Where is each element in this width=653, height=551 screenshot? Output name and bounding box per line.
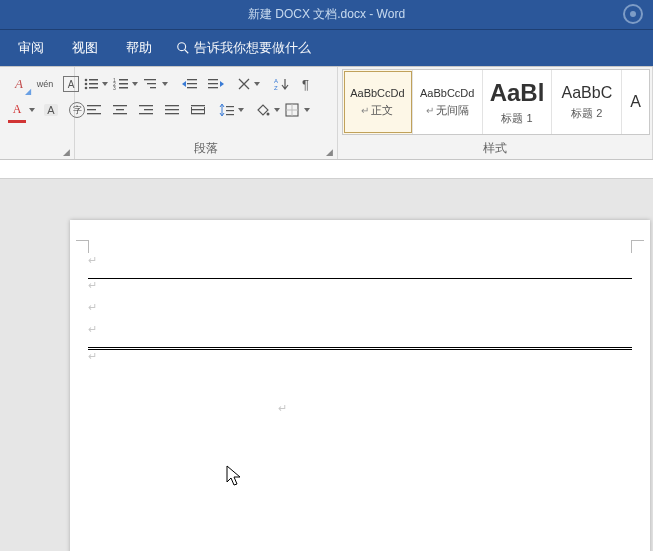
decrease-indent-button[interactable] xyxy=(178,72,202,96)
tab-review[interactable]: 审阅 xyxy=(4,30,58,66)
group-font-label: ◢ xyxy=(0,155,74,159)
recording-indicator-icon xyxy=(621,2,645,26)
tell-me-placeholder: 告诉我你想要做什么 xyxy=(194,39,311,57)
sort-button[interactable]: AZ xyxy=(270,72,294,96)
font-color-button[interactable]: A xyxy=(7,98,37,122)
align-left-icon xyxy=(86,103,102,117)
svg-rect-41 xyxy=(191,109,205,110)
svg-point-2 xyxy=(178,43,186,51)
group-styles: AaBbCcDd ↵正文 AaBbCcDd ↵无间隔 AaBl 标题 1 AaB… xyxy=(338,67,653,159)
document-area: ↵ ↵ ↵ ↵ ↵ ↵ xyxy=(0,160,653,551)
svg-rect-9 xyxy=(89,87,98,89)
show-hide-marks-button[interactable]: ¶ xyxy=(296,72,320,96)
svg-rect-31 xyxy=(113,105,127,106)
margin-corner-icon xyxy=(76,240,89,253)
svg-rect-17 xyxy=(147,83,156,84)
multilevel-list-button[interactable] xyxy=(142,72,170,96)
chevron-down-icon[interactable] xyxy=(303,99,311,121)
style-normal[interactable]: AaBbCcDd ↵正文 xyxy=(343,70,413,134)
svg-rect-46 xyxy=(226,110,234,111)
window-title: 新建 DOCX 文档.docx - Word xyxy=(248,6,405,23)
style-more[interactable]: A xyxy=(622,70,649,134)
svg-point-4 xyxy=(85,79,88,82)
svg-rect-42 xyxy=(191,113,205,114)
paragraph-mark: ↵ xyxy=(88,254,97,266)
font-dialog-launcher[interactable]: ◢ xyxy=(63,147,70,157)
styles-gallery[interactable]: AaBbCcDd ↵正文 AaBbCcDd ↵无间隔 AaBl 标题 1 AaB… xyxy=(342,69,650,135)
outdent-icon xyxy=(182,77,198,91)
svg-rect-32 xyxy=(116,109,124,110)
chevron-down-icon[interactable] xyxy=(253,73,261,95)
tell-me-search[interactable]: 告诉我你想要做什么 xyxy=(176,39,311,57)
style-heading2[interactable]: AaBbC 标题 2 xyxy=(552,70,622,134)
align-justify-button[interactable] xyxy=(160,98,184,122)
svg-text:3: 3 xyxy=(113,85,116,91)
group-font: A ◢ wén A A A xyxy=(0,67,75,159)
paragraph-mark: ↵ xyxy=(88,350,97,362)
style-no-spacing[interactable]: AaBbCcDd ↵无间隔 xyxy=(413,70,483,134)
page-content[interactable]: ↵ ↵ ↵ ↵ ↵ ↵ xyxy=(88,254,632,424)
numbering-icon: 123 xyxy=(113,77,129,91)
borders-button[interactable] xyxy=(284,98,312,122)
svg-rect-19 xyxy=(187,79,197,80)
line-spacing-icon xyxy=(219,103,235,117)
style-heading1[interactable]: AaBl 标题 1 xyxy=(483,70,553,134)
multilevel-icon xyxy=(143,77,159,91)
bullets-button[interactable] xyxy=(82,72,110,96)
svg-rect-13 xyxy=(119,83,128,85)
svg-rect-30 xyxy=(87,113,101,114)
numbering-button[interactable]: 123 xyxy=(112,72,140,96)
svg-point-8 xyxy=(85,87,88,90)
svg-rect-38 xyxy=(165,109,179,110)
sort-icon: AZ xyxy=(274,77,290,91)
svg-point-1 xyxy=(630,11,636,17)
svg-rect-11 xyxy=(119,79,128,81)
align-right-icon xyxy=(138,103,154,117)
chevron-down-icon[interactable] xyxy=(28,99,36,121)
bullets-icon xyxy=(83,77,99,91)
chevron-down-icon[interactable] xyxy=(131,73,139,95)
svg-rect-21 xyxy=(187,87,197,88)
align-center-button[interactable] xyxy=(108,98,132,122)
svg-rect-5 xyxy=(89,79,98,81)
asian-layout-icon xyxy=(237,77,251,91)
paragraph-mark: ↵ xyxy=(88,323,97,335)
align-right-button[interactable] xyxy=(134,98,158,122)
align-distribute-button[interactable] xyxy=(186,98,210,122)
align-left-button[interactable] xyxy=(82,98,106,122)
asian-layout-button[interactable] xyxy=(236,72,262,96)
svg-rect-44 xyxy=(204,107,205,113)
svg-rect-18 xyxy=(150,87,156,88)
svg-rect-22 xyxy=(208,79,218,80)
clear-formatting-button[interactable]: A ◢ xyxy=(7,72,31,96)
svg-rect-23 xyxy=(208,83,218,84)
svg-rect-35 xyxy=(144,109,153,110)
svg-point-48 xyxy=(267,113,270,116)
align-justify-icon xyxy=(164,103,180,117)
svg-rect-7 xyxy=(89,83,98,85)
chevron-down-icon[interactable] xyxy=(273,99,281,121)
align-distribute-icon xyxy=(190,103,206,117)
svg-rect-15 xyxy=(119,87,128,89)
svg-rect-47 xyxy=(226,114,234,115)
horizontal-ruler[interactable] xyxy=(0,160,653,179)
line-spacing-button[interactable] xyxy=(218,98,246,122)
increase-indent-button[interactable] xyxy=(204,72,228,96)
shading-button[interactable] xyxy=(254,98,282,122)
paragraph-mark: ↵ xyxy=(88,301,97,313)
chevron-down-icon[interactable] xyxy=(101,73,109,95)
character-shading-button[interactable]: A xyxy=(39,98,63,122)
paragraph-dialog-launcher[interactable]: ◢ xyxy=(326,147,333,157)
chevron-down-icon[interactable] xyxy=(161,73,169,95)
svg-rect-43 xyxy=(191,107,192,113)
group-paragraph: 123 xyxy=(75,67,338,159)
svg-rect-33 xyxy=(113,113,127,114)
phonetic-guide-button[interactable]: wén xyxy=(33,72,57,96)
chevron-down-icon[interactable] xyxy=(237,99,245,121)
paragraph-mark: ↵ xyxy=(88,279,97,291)
svg-rect-45 xyxy=(226,106,234,107)
tab-view[interactable]: 视图 xyxy=(58,30,112,66)
group-styles-label: 样式 xyxy=(338,138,652,159)
tab-help[interactable]: 帮助 xyxy=(112,30,166,66)
page[interactable]: ↵ ↵ ↵ ↵ ↵ ↵ xyxy=(70,220,650,551)
